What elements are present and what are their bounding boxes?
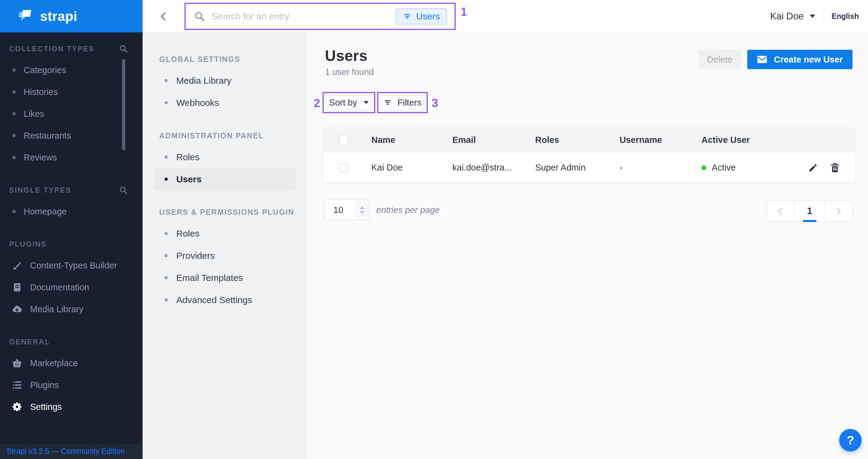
- sort-by-label: Sort by: [329, 98, 357, 108]
- cloud-upload-icon: [11, 303, 23, 315]
- column-header-username: Username: [620, 135, 702, 145]
- sidebar-section-plugins: PLUGINS Content-Types Builder Documentat…: [0, 238, 143, 320]
- sidebar-item-marketplace[interactable]: Marketplace: [0, 352, 143, 374]
- search-annotation-box: Users: [184, 3, 456, 30]
- create-new-user-button[interactable]: Create new User: [747, 50, 852, 69]
- sidebar-item-content-types-builder[interactable]: Content-Types Builder: [0, 254, 143, 276]
- sort-by-button[interactable]: Sort by: [326, 95, 372, 110]
- stepper-arrows-icon[interactable]: [355, 200, 369, 220]
- sidebar-scrollbar[interactable]: [122, 59, 125, 150]
- sidebar-nav: COLLECTION TYPES Categories Histories Li…: [0, 43, 143, 418]
- pagination-prev-button[interactable]: [767, 201, 794, 221]
- language-selector[interactable]: English: [832, 12, 859, 21]
- edit-pencil-icon[interactable]: [808, 163, 818, 173]
- bullet-icon: [164, 178, 168, 181]
- administration-panel-heading: ADMINISTRATION PANEL: [143, 129, 306, 142]
- strapi-admin-app: strapi COLLECTION TYPES Categories Histo…: [0, 0, 868, 459]
- bullet-icon: [164, 276, 168, 279]
- chevron-left-icon: [159, 11, 169, 22]
- delete-trash-icon[interactable]: [830, 163, 840, 173]
- list-icon: [11, 379, 23, 391]
- cell-email: kai.doe@stra...: [452, 163, 535, 173]
- user-name: Kai Doe: [770, 11, 803, 22]
- sidebar-item-homepage[interactable]: Homepage: [0, 201, 143, 222]
- top-header: Users 1 Kai Doe English: [143, 0, 868, 32]
- column-header-active-user: Active User: [702, 135, 796, 145]
- user-count-label: 1 user found: [325, 67, 374, 77]
- settings-item-roles-plugin[interactable]: Roles: [143, 222, 306, 245]
- sidebar-section-collection-types: COLLECTION TYPES Categories Histories Li…: [0, 43, 143, 169]
- user-menu-dropdown[interactable]: Kai Doe: [770, 11, 815, 22]
- search-scope-label: Users: [416, 11, 440, 22]
- sidebar-item-histories[interactable]: Histories: [0, 81, 143, 103]
- page-title: Users: [325, 47, 374, 65]
- delete-button[interactable]: Delete: [699, 50, 741, 69]
- bullet-icon: [164, 155, 168, 159]
- filters-label: Filters: [398, 98, 422, 108]
- header-actions: Delete Create new User: [699, 50, 852, 69]
- bullet-icon: [12, 112, 16, 116]
- users-table: Name Email Roles Username Active User Ka…: [324, 127, 855, 183]
- settings-item-advanced-settings[interactable]: Advanced Settings: [143, 289, 306, 311]
- search-input[interactable]: [205, 11, 396, 22]
- entries-per-page-label: entries per page: [376, 199, 440, 220]
- cell-name: Kai Doe: [371, 163, 452, 173]
- table-row[interactable]: Kai Doe kai.doe@stra... Super Admin - Ac…: [324, 152, 855, 183]
- select-all-checkbox[interactable]: [339, 135, 348, 144]
- bullet-icon: [12, 134, 16, 137]
- settings-item-roles-admin[interactable]: Roles: [143, 146, 306, 168]
- basket-icon: [11, 357, 23, 369]
- strapi-logo-icon: [17, 8, 33, 24]
- settings-item-media-library[interactable]: Media Library: [143, 69, 306, 92]
- settings-item-providers[interactable]: Providers: [143, 245, 306, 267]
- sidebar-item-plugins[interactable]: Plugins: [0, 374, 143, 396]
- settings-item-webhooks[interactable]: Webhooks: [143, 92, 306, 114]
- help-question-mark: ?: [847, 433, 854, 447]
- chevron-down-icon: [364, 101, 369, 104]
- single-types-heading: SINGLE TYPES: [9, 186, 71, 194]
- settings-item-users[interactable]: Users: [154, 168, 296, 190]
- sort-annotation-box: Sort by: [322, 92, 375, 113]
- filter-icon: [383, 98, 392, 107]
- brush-icon: [11, 260, 23, 271]
- strapi-logo[interactable]: strapi: [0, 0, 143, 32]
- search-icon[interactable]: [119, 186, 128, 195]
- pagination-page-1[interactable]: 1: [794, 201, 825, 221]
- bullet-icon: [12, 68, 16, 72]
- sidebar-item-documentation[interactable]: Documentation: [0, 276, 143, 298]
- active-status-label: Active: [712, 163, 736, 173]
- general-heading: GENERAL: [9, 338, 50, 346]
- page-head: Users 1 user found: [325, 47, 374, 77]
- strapi-version-link[interactable]: Strapi v3.2.5 — Community Edition: [7, 447, 125, 456]
- sidebar-item-reviews[interactable]: Reviews: [0, 147, 143, 169]
- chevron-right-icon: [834, 207, 843, 216]
- chevron-down-icon: [810, 14, 815, 18]
- help-button[interactable]: ?: [839, 429, 862, 451]
- plugins-heading: PLUGINS: [9, 240, 47, 248]
- filter-icon: [403, 12, 411, 21]
- cell-username: -: [620, 163, 702, 173]
- sidebar-item-likes[interactable]: Likes: [0, 103, 143, 125]
- cell-roles: Super Admin: [535, 163, 620, 173]
- settings-item-email-templates[interactable]: Email Templates: [143, 267, 306, 289]
- row-checkbox[interactable]: [339, 163, 348, 172]
- filters-button[interactable]: Filters: [381, 95, 424, 110]
- active-status-dot: [702, 165, 706, 170]
- annotation-1: 1: [461, 5, 467, 19]
- entries-per-page-select[interactable]: 10: [324, 199, 370, 220]
- envelope-icon: [757, 55, 767, 64]
- sidebar-item-media-library[interactable]: Media Library: [0, 298, 143, 320]
- sidebar-item-settings[interactable]: Settings: [0, 396, 143, 418]
- collection-types-heading: COLLECTION TYPES: [9, 44, 94, 53]
- chevron-left-icon: [776, 207, 785, 216]
- pagination-next-button[interactable]: [825, 201, 852, 221]
- back-button[interactable]: [157, 10, 170, 23]
- search-icon[interactable]: [119, 44, 128, 53]
- sidebar-item-categories[interactable]: Categories: [0, 59, 143, 81]
- global-settings-heading: GLOBAL SETTINGS: [143, 53, 306, 66]
- sidebar-item-restaurants[interactable]: Restaurants: [0, 125, 143, 147]
- search-scope-tag[interactable]: Users: [396, 8, 447, 25]
- row-actions: [796, 163, 855, 173]
- bullet-icon: [164, 79, 168, 82]
- sidebar-section-single-types: SINGLE TYPES Homepage: [0, 184, 143, 222]
